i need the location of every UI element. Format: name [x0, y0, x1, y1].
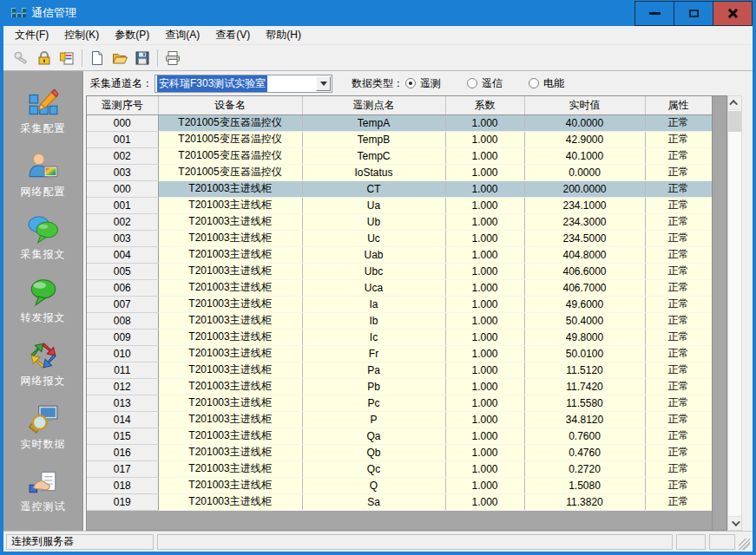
cell-value: 49.6000: [524, 296, 645, 312]
new-file-icon[interactable]: [86, 48, 108, 69]
cell-attr: 正常: [645, 493, 712, 510]
cell-device: T201003主进线柜: [158, 230, 302, 246]
menu-item-1[interactable]: 文件(F): [7, 25, 56, 45]
cell-attr: 正常: [645, 197, 712, 213]
cell-coef: 1.000: [445, 477, 524, 493]
sidebar-item-remote-test[interactable]: 遥控测试: [21, 466, 66, 514]
table-row[interactable]: 002T201003主进线柜Ub1.000234.3000正常: [87, 213, 712, 230]
table-row[interactable]: 009T201003主进线柜Ic1.00049.8000正常: [87, 329, 712, 345]
table-body: 000T201005变压器温控仪TempA1.00040.0000正常001T2…: [87, 114, 712, 510]
combobox-dropdown-button[interactable]: [316, 76, 331, 91]
scroll-down-button[interactable]: [728, 516, 741, 530]
cell-point: Uca: [302, 279, 445, 296]
cell-index: 005: [87, 263, 158, 279]
vertical-scrollbar[interactable]: [727, 95, 742, 531]
cell-index: 003: [87, 230, 158, 246]
cell-coef: 1.000: [445, 213, 524, 230]
menu-item-4[interactable]: 查询(A): [157, 25, 207, 45]
table-row[interactable]: 004T201003主进线柜Uab1.000404.8000正常: [87, 246, 712, 263]
cell-device: T201003主进线柜: [158, 362, 302, 378]
minimize-button[interactable]: [634, 1, 674, 26]
cell-attr: 正常: [645, 279, 712, 296]
cell-device: T201003主进线柜: [158, 493, 302, 510]
sidebar-item-network-message[interactable]: 网络报文: [21, 340, 66, 388]
cell-point: Pb: [302, 378, 445, 395]
sidebar-item-capture-message[interactable]: 采集报文: [21, 213, 66, 262]
table-row[interactable]: 010T201003主进线柜Fr1.00050.0100正常: [87, 345, 712, 362]
table-row[interactable]: 011T201003主进线柜Pa1.00011.5120正常: [87, 362, 712, 378]
cell-coef: 1.000: [445, 345, 524, 362]
cell-index: 010: [87, 345, 158, 362]
cell-value: 234.5000: [524, 230, 645, 246]
open-file-icon[interactable]: [108, 48, 131, 69]
menu-item-2[interactable]: 控制(K): [56, 25, 107, 45]
status-panel: [676, 534, 706, 550]
table-row[interactable]: 001T201003主进线柜Ua1.000234.1000正常: [87, 197, 712, 213]
radio-energy[interactable]: 电能: [529, 76, 564, 91]
cell-index: 001: [87, 131, 158, 147]
radio-telemetry[interactable]: 遥测: [405, 76, 441, 91]
table-row[interactable]: 002T201005变压器温控仪TempC1.00040.1000正常: [87, 147, 712, 164]
table-row[interactable]: 017T201003主进线柜Qc1.0000.2720正常: [87, 460, 712, 477]
filter-row: 采集通道名： 安科瑞F303测试实验室 数据类型： 遥测遥信电能: [84, 71, 753, 95]
maximize-button[interactable]: [674, 1, 713, 26]
close-button[interactable]: [713, 1, 753, 26]
sidebar-item-realtime-data[interactable]: 实时数据: [21, 403, 66, 452]
cell-index: 000: [87, 114, 158, 131]
cell-coef: 1.000: [445, 180, 524, 197]
cell-device: T201003主进线柜: [158, 477, 302, 493]
cell-point: TempC: [302, 147, 445, 164]
sidebar-item-forward-message[interactable]: 转发报文: [21, 277, 66, 325]
cell-point: Qb: [302, 444, 445, 460]
sidebar-item-capture-config[interactable]: 采集配置: [21, 88, 66, 136]
cell-index: 006: [87, 279, 158, 296]
cell-point: Ic: [302, 329, 445, 345]
cell-point: Qc: [302, 460, 445, 477]
cell-attr: 正常: [645, 164, 712, 180]
table-row[interactable]: 007T201003主进线柜Ia1.00049.6000正常: [87, 296, 712, 312]
save-icon[interactable]: [131, 48, 154, 69]
cell-attr: 正常: [645, 460, 712, 477]
table-row[interactable]: 019T201003主进线柜Sa1.00011.3820正常: [87, 493, 712, 510]
table-row[interactable]: 000T201003主进线柜CT1.000200.0000正常: [87, 180, 712, 197]
table-row[interactable]: 003T201005变压器温控仪IoStatus1.0000.0000正常: [87, 164, 712, 180]
table-row[interactable]: 006T201003主进线柜Uca1.000406.7000正常: [87, 279, 712, 296]
menu-item-5[interactable]: 查看(V): [207, 25, 258, 45]
table-row[interactable]: 018T201003主进线柜Q1.0001.5080正常: [87, 477, 712, 493]
table-row[interactable]: 008T201003主进线柜Ib1.00050.4000正常: [87, 312, 712, 329]
cell-attr: 正常: [645, 180, 712, 197]
table-row[interactable]: 013T201003主进线柜Pc1.00011.5580正常: [87, 395, 712, 411]
table-row[interactable]: 003T201003主进线柜Uc1.000234.5000正常: [87, 230, 712, 246]
cell-device: T201005变压器温控仪: [158, 147, 302, 164]
channel-config-icon[interactable]: [56, 48, 78, 69]
lock-icon[interactable]: [33, 48, 56, 69]
table-row[interactable]: 015T201003主进线柜Qa1.0000.7600正常: [87, 428, 712, 444]
cell-point: Pc: [302, 395, 445, 411]
print-icon[interactable]: [161, 48, 184, 69]
cell-index: 011: [87, 362, 158, 378]
sidebar: 采集配置网络配置采集报文转发报文网络报文实时数据遥控测试: [3, 71, 83, 531]
radio-signal[interactable]: 遥信: [467, 76, 503, 91]
table-row[interactable]: 016T201003主进线柜Qb1.0000.4760正常: [87, 444, 712, 460]
sidebar-item-label: 实时数据: [21, 437, 66, 452]
menu-item-3[interactable]: 参数(P): [107, 25, 157, 45]
scrollbar-thumb[interactable]: [728, 111, 741, 132]
key-icon[interactable]: [10, 48, 33, 69]
sidebar-item-network-config[interactable]: 网络配置: [21, 151, 66, 199]
table-row[interactable]: 012T201003主进线柜Pb1.00011.7420正常: [87, 378, 712, 395]
menu-item-6[interactable]: 帮助(H): [258, 25, 309, 45]
column-header: 属性: [645, 96, 712, 114]
cell-value: 50.0100: [524, 345, 645, 362]
status-panel: [157, 534, 673, 550]
table-row[interactable]: 000T201005变压器温控仪TempA1.00040.0000正常: [87, 114, 712, 131]
table-row[interactable]: 014T201003主进线柜P1.00034.8120正常: [87, 411, 712, 428]
cell-coef: 1.000: [445, 312, 524, 329]
cell-coef: 1.000: [445, 460, 524, 477]
scroll-up-button[interactable]: [728, 96, 741, 110]
cell-point: Ia: [302, 296, 445, 312]
channel-combobox[interactable]: 安科瑞F303测试实验室: [154, 75, 332, 93]
cell-coef: 1.000: [445, 378, 524, 395]
table-row[interactable]: 001T201005变压器温控仪TempB1.00042.9000正常: [87, 131, 712, 147]
table-row[interactable]: 005T201003主进线柜Ubc1.000406.6000正常: [87, 263, 712, 279]
resize-grip[interactable]: [739, 539, 750, 550]
